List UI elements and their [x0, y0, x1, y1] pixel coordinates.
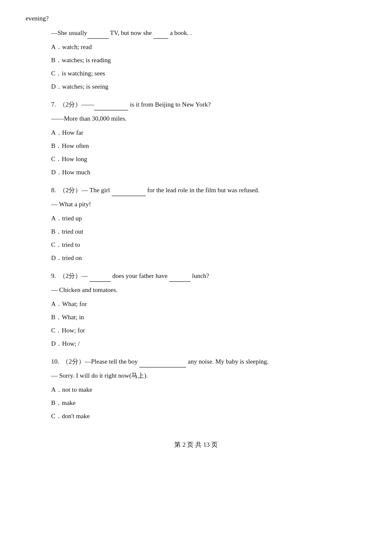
blank-q8	[112, 184, 146, 196]
q8-header: 8. （2分）— The girl for the lead role in t…	[26, 184, 366, 196]
q10-response: — Sorry. I will do it right now(马上).	[26, 370, 366, 382]
q10-option-b: B．make	[26, 397, 366, 409]
q10-option-c: C．don't make	[26, 410, 366, 422]
q9-option-b: B．What; in	[26, 312, 366, 323]
q6-prompt: —She usually TV, but now she a book. .	[26, 27, 366, 39]
top-text: evening?	[26, 13, 366, 24]
q6-option-b: B．watches; is reading	[26, 55, 366, 66]
blank-q9-2	[169, 270, 190, 282]
q7-response: ——More than 30,000 miles.	[26, 113, 366, 124]
blank-q6-1	[87, 27, 109, 39]
blank-q6-2	[153, 27, 168, 39]
q8-response: — What a pity!	[26, 199, 366, 210]
footer-text: 第 2 页 共 13 页	[174, 441, 217, 448]
q7-option-d: D．How much	[26, 167, 366, 178]
q8-option-c: C．tried to	[26, 239, 366, 251]
q6-option-a: A．watch; read	[26, 41, 366, 53]
page-content: evening? —She usually TV, but now she a …	[26, 13, 366, 451]
q8-option-a: A．tried up	[26, 213, 366, 224]
q6-option-d: D．watches; is seeing	[26, 81, 366, 92]
q10-option-a: A．not to make	[26, 384, 366, 396]
q9-response: — Chicken and tomatoes.	[26, 284, 366, 296]
blank-q9-1	[89, 270, 111, 282]
question-6: —She usually TV, but now she a book. . A…	[26, 27, 366, 92]
q7-option-a: A．How far	[26, 127, 366, 139]
question-9: 9. （2分）— does your father have lunch? — …	[26, 270, 366, 350]
q7-option-c: C．How long	[26, 153, 366, 165]
q7-option-b: B．How often	[26, 140, 366, 152]
q10-header: 10. （2分）—Please tell the boy any noise. …	[26, 356, 366, 367]
question-7: 7. （2分）—— is it from Beijing to New York…	[26, 98, 366, 178]
question-8: 8. （2分）— The girl for the lead role in t…	[26, 184, 366, 264]
q9-option-d: D．How; /	[26, 338, 366, 350]
q9-option-c: C．How; for	[26, 325, 366, 336]
q8-option-b: B．tried out	[26, 226, 366, 237]
q9-header: 9. （2分）— does your father have lunch?	[26, 270, 366, 282]
question-10: 10. （2分）—Please tell the boy any noise. …	[26, 356, 366, 422]
evening-text: evening?	[26, 15, 49, 22]
blank-q7	[94, 98, 128, 110]
blank-q10	[139, 356, 186, 367]
q6-option-c: C．is watching; sees	[26, 68, 366, 79]
q8-option-d: D．tried on	[26, 252, 366, 264]
page-footer: 第 2 页 共 13 页	[26, 439, 366, 451]
q7-header: 7. （2分）—— is it from Beijing to New York…	[26, 98, 366, 110]
q9-option-a: A．What; for	[26, 298, 366, 310]
